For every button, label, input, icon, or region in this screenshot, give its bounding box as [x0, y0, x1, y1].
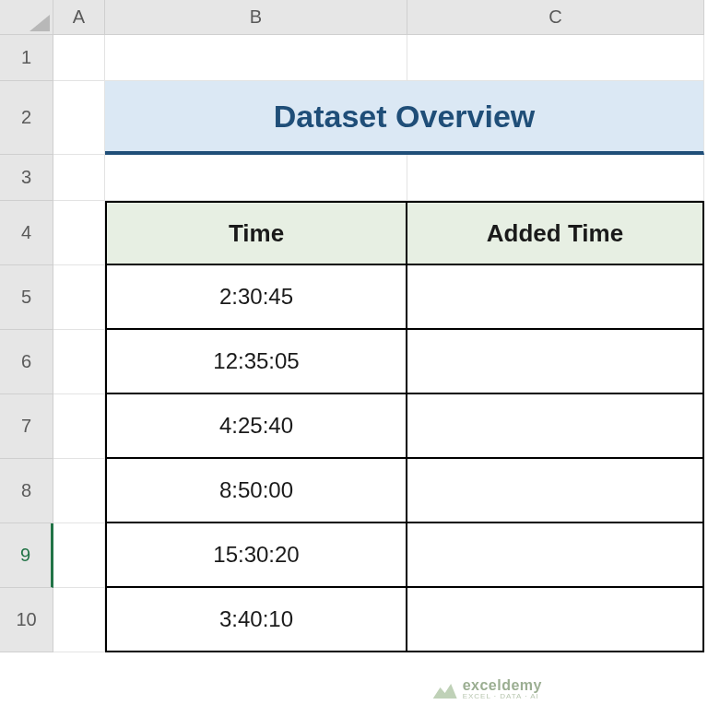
cell-added-1[interactable] — [407, 330, 704, 394]
cell-added-3[interactable] — [407, 459, 704, 523]
col-header-A[interactable]: A — [53, 0, 105, 35]
row-header-7[interactable]: 7 — [0, 394, 53, 459]
row-header-1[interactable]: 1 — [0, 35, 53, 81]
cell-B1[interactable] — [105, 35, 407, 81]
row-header-6[interactable]: 6 — [0, 330, 53, 394]
cell-A4[interactable] — [53, 201, 105, 265]
title-cell[interactable]: Dataset Overview — [105, 81, 704, 155]
cell-time-4[interactable]: 15:30:20 — [105, 523, 407, 588]
cell-B3[interactable] — [105, 155, 407, 201]
watermark-icon — [433, 680, 457, 699]
cell-time-3[interactable]: 8:50:00 — [105, 459, 407, 523]
row-header-10[interactable]: 10 — [0, 588, 53, 652]
cell-A5[interactable] — [53, 265, 105, 330]
cell-A8[interactable] — [53, 459, 105, 523]
cell-A7[interactable] — [53, 394, 105, 459]
row-header-5[interactable]: 5 — [0, 265, 53, 330]
watermark: exceldemy EXCEL · DATA · AI — [433, 678, 542, 700]
table-header-time[interactable]: Time — [105, 201, 407, 265]
row-header-2[interactable]: 2 — [0, 81, 53, 155]
row-header-9[interactable]: 9 — [0, 523, 53, 588]
spreadsheet-grid: A B C 1 2 Dataset Overview 3 4 Time Adde… — [0, 0, 708, 652]
cell-A2[interactable] — [53, 81, 105, 155]
cell-added-5[interactable] — [407, 588, 704, 652]
col-header-C[interactable]: C — [407, 0, 704, 35]
cell-A9[interactable] — [53, 523, 105, 588]
row-header-3[interactable]: 3 — [0, 155, 53, 201]
cell-A6[interactable] — [53, 330, 105, 394]
cell-C3[interactable] — [407, 155, 704, 201]
row-header-4[interactable]: 4 — [0, 201, 53, 265]
table-header-added[interactable]: Added Time — [407, 201, 704, 265]
col-header-B[interactable]: B — [105, 0, 407, 35]
cell-C1[interactable] — [407, 35, 704, 81]
cell-A3[interactable] — [53, 155, 105, 201]
cell-time-0[interactable]: 2:30:45 — [105, 265, 407, 330]
cell-added-4[interactable] — [407, 523, 704, 588]
cell-A10[interactable] — [53, 588, 105, 652]
watermark-text: exceldemy EXCEL · DATA · AI — [463, 678, 542, 700]
select-all-corner[interactable] — [0, 0, 53, 35]
cell-A1[interactable] — [53, 35, 105, 81]
cell-time-2[interactable]: 4:25:40 — [105, 394, 407, 459]
cell-time-5[interactable]: 3:40:10 — [105, 588, 407, 652]
row-header-8[interactable]: 8 — [0, 459, 53, 523]
cell-time-1[interactable]: 12:35:05 — [105, 330, 407, 394]
cell-added-0[interactable] — [407, 265, 704, 330]
cell-added-2[interactable] — [407, 394, 704, 459]
